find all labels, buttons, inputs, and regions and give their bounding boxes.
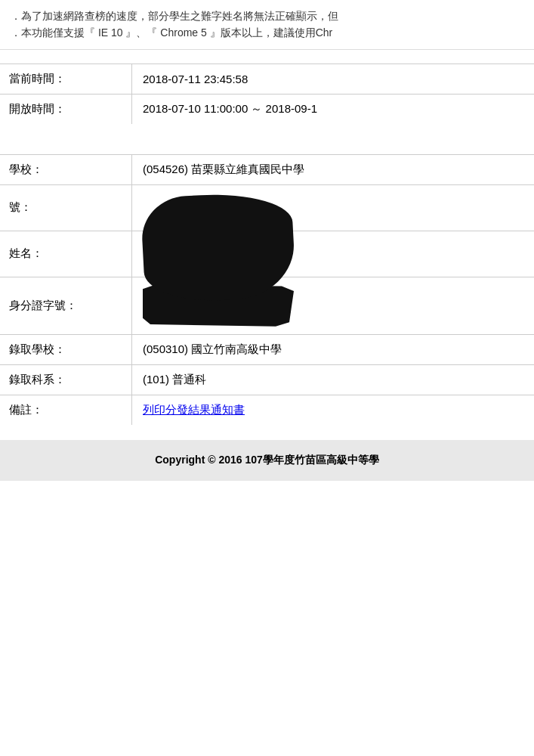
admitted-school-label: 錄取學校： <box>0 335 132 364</box>
print-notice-link[interactable]: 列印分發結果通知書 <box>143 403 245 417</box>
current-time-row: 當前時間： 2018-07-11 23:45:58 <box>0 64 534 94</box>
open-time-value: 2018-07-10 11:00:00 ～ 2018-09-1 <box>132 94 534 124</box>
name-label: 姓名： <box>0 231 132 277</box>
open-time-row: 開放時間： 2018-07-10 11:00:00 ～ 2018-09-1 <box>0 94 534 124</box>
admitted-school-row: 錄取學校： (050310) 國立竹南高級中學 <box>0 335 534 365</box>
footer-text: Copyright © 2016 107學年度竹苗區高級中等學 <box>155 454 379 466</box>
time-section: 當前時間： 2018-07-11 23:45:58 開放時間： 2018-07-… <box>0 64 534 124</box>
school-value: (054526) 苗栗縣立維真國民中學 <box>132 155 534 184</box>
current-time-label: 當前時間： <box>0 64 132 94</box>
school-label: 學校： <box>0 155 132 184</box>
notice-bar: ．為了加速網路查榜的速度，部分學生之難字姓名將無法正確顯示，但 ．本功能僅支援『… <box>0 0 534 50</box>
id-label: 身分證字號： <box>0 277 132 334</box>
current-time-value: 2018-07-11 23:45:58 <box>132 64 534 94</box>
note-value: 列印分發結果通知書 <box>132 395 534 425</box>
student-section: 學校： (054526) 苗栗縣立維真國民中學 號： 姓名： 身分證字號： 錄取… <box>0 154 534 425</box>
number-label: 號： <box>0 185 132 231</box>
footer: Copyright © 2016 107學年度竹苗區高級中等學 <box>0 440 534 481</box>
note-label: 備註： <box>0 395 132 425</box>
school-row: 學校： (054526) 苗栗縣立維真國民中學 <box>0 155 534 185</box>
open-time-label: 開放時間： <box>0 94 132 124</box>
admitted-dept-value: (101) 普通科 <box>132 365 534 395</box>
notice-line1: ．為了加速網路查榜的速度，部分學生之難字姓名將無法正確顯示，但 <box>11 8 523 24</box>
number-row: 號： <box>0 185 534 231</box>
admitted-school-value: (050310) 國立竹南高級中學 <box>132 335 534 364</box>
notice-line2: ．本功能僅支援『 IE 10 』、『 Chrome 5 』版本以上，建議使用Ch… <box>11 24 523 41</box>
admitted-dept-label: 錄取科系： <box>0 365 132 395</box>
admitted-dept-row: 錄取科系： (101) 普通科 <box>0 365 534 395</box>
number-value-redacted <box>132 185 534 231</box>
note-row: 備註： 列印分發結果通知書 <box>0 395 534 425</box>
